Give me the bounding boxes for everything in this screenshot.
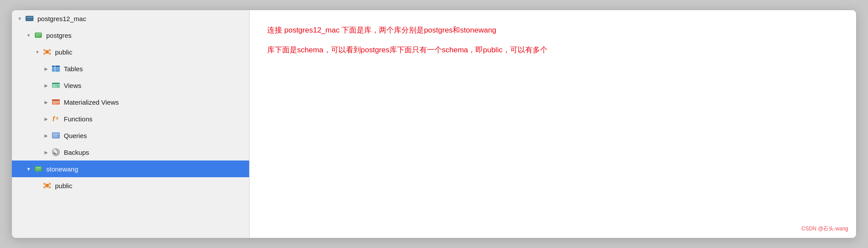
- matviews-icon: [51, 97, 61, 107]
- queries-icon: [51, 130, 61, 141]
- svg-text:f: f: [52, 115, 55, 123]
- svg-rect-36: [53, 135, 57, 136]
- svg-point-47: [49, 186, 51, 189]
- sidebar-item-materialized-views[interactable]: Materialized Views: [12, 94, 249, 110]
- svg-rect-40: [36, 167, 41, 168]
- svg-rect-5: [36, 33, 41, 34]
- svg-rect-35: [53, 134, 59, 135]
- chevron-icon: [33, 47, 42, 56]
- sidebar-item-label: stonewang: [46, 165, 78, 173]
- svg-point-9: [44, 49, 46, 51]
- chevron-icon: [24, 31, 33, 40]
- svg-point-46: [44, 186, 46, 189]
- sidebar-item-label: Materialized Views: [64, 98, 119, 106]
- sidebar-item-label: Queries: [64, 132, 87, 139]
- svg-point-8: [45, 50, 49, 54]
- views-icon: [51, 80, 61, 91]
- main-window: postgres12_mac postgres: [11, 10, 857, 238]
- sidebar-item-label: public: [55, 48, 72, 56]
- svg-rect-31: [53, 103, 56, 104]
- svg-rect-23: [52, 83, 60, 84]
- sidebar-item-stonewang-db[interactable]: stonewang: [12, 160, 249, 177]
- svg-rect-30: [53, 102, 59, 103]
- annotation-2: 库下面是schema，可以看到postgres库下面只有一个schema，即pu…: [267, 44, 839, 56]
- svg-point-43: [45, 184, 49, 187]
- chevron-icon: [42, 131, 51, 140]
- chevron-icon: [24, 164, 33, 173]
- svg-rect-7: [36, 36, 39, 37]
- sidebar-item-tables[interactable]: Tables: [12, 60, 249, 77]
- database-icon: [33, 164, 44, 174]
- svg-rect-26: [53, 87, 57, 88]
- sidebar-item-postgres-db[interactable]: postgres: [12, 27, 249, 44]
- sidebar-item-public-schema[interactable]: public: [12, 44, 249, 60]
- sidebar: postgres12_mac postgres: [12, 10, 250, 238]
- sidebar-item-views[interactable]: Views: [12, 77, 249, 94]
- svg-text:x: x: [56, 116, 59, 120]
- functions-icon: f x: [51, 113, 61, 124]
- svg-point-11: [44, 53, 46, 55]
- tables-icon: [51, 63, 61, 74]
- sidebar-item-functions[interactable]: f x Functions: [12, 110, 249, 127]
- schema-icon: [42, 47, 52, 57]
- svg-point-10: [49, 49, 51, 51]
- svg-rect-25: [53, 85, 55, 86]
- svg-point-45: [49, 183, 51, 185]
- svg-point-12: [49, 53, 51, 55]
- sidebar-item-label: Functions: [64, 115, 92, 123]
- sidebar-item-label: Views: [64, 82, 81, 89]
- svg-rect-6: [36, 35, 41, 36]
- watermark: CSDN @石头-wang: [802, 225, 848, 233]
- svg-rect-42: [36, 170, 39, 171]
- svg-rect-41: [36, 168, 41, 169]
- chevron-icon: [42, 148, 51, 157]
- schema-icon: [42, 180, 52, 191]
- svg-rect-37: [53, 136, 58, 137]
- sidebar-item-label: postgres12_mac: [37, 15, 86, 22]
- main-content: 连接 postgres12_mac 下面是库，两个库分别是postgres和st…: [250, 10, 856, 238]
- svg-rect-18: [52, 66, 60, 68]
- sidebar-item-label: postgres: [46, 32, 72, 39]
- sidebar-item-label: Backups: [64, 149, 89, 156]
- annotation-1: 连接 postgres12_mac 下面是库，两个库分别是postgres和st…: [267, 24, 839, 36]
- database-icon: [33, 30, 44, 40]
- svg-point-2: [32, 17, 33, 18]
- chevron-icon: [42, 114, 51, 123]
- svg-rect-1: [26, 17, 33, 18]
- chevron-icon: [42, 81, 51, 90]
- sidebar-item-postgres12-mac[interactable]: postgres12_mac: [12, 10, 249, 27]
- sidebar-item-label: Tables: [64, 65, 83, 73]
- sidebar-item-public-schema-2[interactable]: public: [12, 177, 249, 194]
- chevron-icon: [42, 64, 51, 73]
- sidebar-item-queries[interactable]: Queries: [12, 127, 249, 144]
- server-icon: [24, 13, 35, 24]
- sidebar-item-label: public: [55, 182, 72, 190]
- svg-rect-28: [52, 99, 60, 101]
- chevron-icon: [15, 14, 24, 23]
- svg-point-44: [44, 183, 46, 185]
- chevron-icon: [42, 98, 51, 106]
- svg-rect-3: [26, 19, 33, 20]
- svg-rect-0: [26, 16, 33, 21]
- backups-icon: [51, 147, 61, 157]
- sidebar-item-backups[interactable]: Backups: [12, 144, 249, 160]
